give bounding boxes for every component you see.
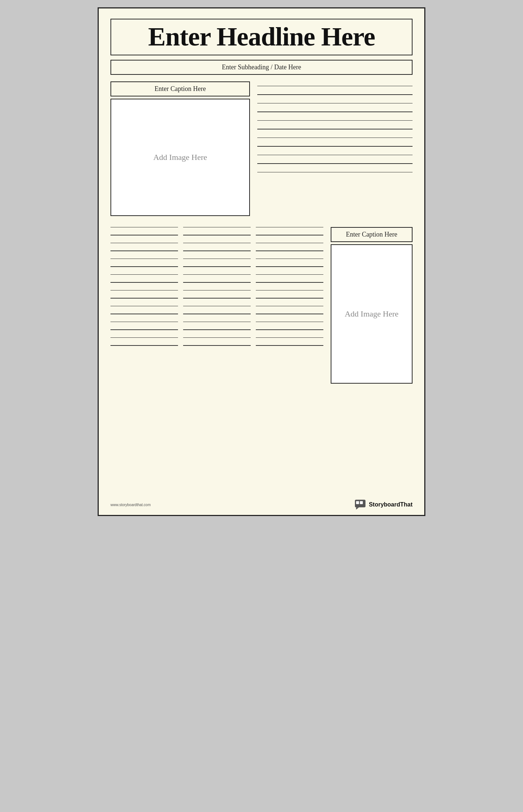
top-image-box[interactable]: Add Image Here bbox=[110, 99, 250, 216]
footer-url: www.storyboardthat.com bbox=[110, 503, 151, 507]
top-section: Enter Caption Here Add Image Here bbox=[110, 81, 413, 216]
footer: www.storyboardthat.com StoryboardThat bbox=[110, 500, 413, 510]
col3-line-6 bbox=[256, 266, 323, 267]
col1-line-8 bbox=[110, 282, 178, 283]
col3-line-16 bbox=[256, 345, 323, 346]
footer-brand: StoryboardThat bbox=[355, 500, 413, 510]
subheading-box[interactable]: Enter Subheading / Date Here bbox=[110, 60, 413, 75]
col3-line-2 bbox=[256, 235, 323, 235]
bottom-image-placeholder: Add Image Here bbox=[345, 309, 399, 319]
col1-line-3 bbox=[110, 243, 178, 244]
col2-line-8 bbox=[183, 282, 251, 283]
col3-line-15 bbox=[256, 337, 323, 338]
col1-line-9 bbox=[110, 290, 178, 291]
col1-line-15 bbox=[110, 337, 178, 338]
svg-rect-2 bbox=[356, 501, 359, 504]
text-line-11 bbox=[257, 172, 413, 173]
storyboard-icon bbox=[355, 500, 367, 510]
col3-line-9 bbox=[256, 290, 323, 291]
top-image-placeholder: Add Image Here bbox=[153, 153, 207, 162]
text-line-7 bbox=[257, 138, 413, 138]
col2-line-3 bbox=[183, 243, 251, 244]
col3-line-7 bbox=[256, 274, 323, 275]
bottom-section: Enter Caption Here Add Image Here bbox=[110, 227, 413, 384]
col1-line-10 bbox=[110, 298, 178, 299]
col3-line-10 bbox=[256, 298, 323, 299]
headline-text: Enter Headline Here bbox=[119, 23, 404, 51]
col3-line-1 bbox=[256, 227, 323, 228]
col3-line-3 bbox=[256, 243, 323, 244]
col1-line-14 bbox=[110, 329, 178, 330]
text-line-5 bbox=[257, 120, 413, 121]
col1-line-6 bbox=[110, 266, 178, 267]
text-line-4 bbox=[257, 111, 413, 112]
col1-line-5 bbox=[110, 259, 178, 259]
bottom-caption-box[interactable]: Enter Caption Here bbox=[331, 227, 413, 242]
col3-line-12 bbox=[256, 314, 323, 314]
col1-line-7 bbox=[110, 274, 178, 275]
col2-line-4 bbox=[183, 250, 251, 251]
svg-marker-1 bbox=[356, 507, 359, 509]
bottom-right-column: Enter Caption Here Add Image Here bbox=[331, 227, 413, 384]
footer-brand-name: Storyboard bbox=[369, 501, 400, 508]
col2-line-14 bbox=[183, 329, 251, 330]
col1-line-12 bbox=[110, 314, 178, 314]
col1-line-1 bbox=[110, 227, 178, 228]
bottom-left-columns bbox=[110, 227, 323, 384]
text-column-3 bbox=[256, 227, 323, 384]
bottom-caption-text: Enter Caption Here bbox=[337, 231, 406, 238]
col2-line-10 bbox=[183, 298, 251, 299]
top-caption-box[interactable]: Enter Caption Here bbox=[110, 81, 250, 96]
col2-line-2 bbox=[183, 235, 251, 235]
top-left-column: Enter Caption Here Add Image Here bbox=[110, 81, 250, 216]
col2-line-9 bbox=[183, 290, 251, 291]
col2-line-12 bbox=[183, 314, 251, 314]
col3-line-5 bbox=[256, 259, 323, 259]
col2-line-11 bbox=[183, 306, 251, 307]
col1-line-13 bbox=[110, 322, 178, 322]
text-line-2 bbox=[257, 94, 413, 95]
col2-line-15 bbox=[183, 337, 251, 338]
col2-line-5 bbox=[183, 259, 251, 259]
col3-line-4 bbox=[256, 250, 323, 251]
footer-brand-text: StoryboardThat bbox=[369, 501, 413, 508]
footer-brand-bold: That bbox=[400, 501, 413, 508]
subheading-text: Enter Subheading / Date Here bbox=[119, 63, 404, 71]
top-right-column bbox=[257, 81, 413, 216]
text-line-3 bbox=[257, 103, 413, 104]
col2-line-7 bbox=[183, 274, 251, 275]
col2-line-13 bbox=[183, 322, 251, 322]
col3-line-13 bbox=[256, 322, 323, 322]
text-line-10 bbox=[257, 163, 413, 164]
col3-line-14 bbox=[256, 329, 323, 330]
col2-line-6 bbox=[183, 266, 251, 267]
col1-line-2 bbox=[110, 235, 178, 235]
newspaper-page: Enter Headline Here Enter Subheading / D… bbox=[98, 7, 425, 516]
text-line-6 bbox=[257, 129, 413, 129]
top-caption-text: Enter Caption Here bbox=[117, 85, 243, 93]
text-column-1 bbox=[110, 227, 178, 384]
bottom-image-box[interactable]: Add Image Here bbox=[331, 244, 413, 384]
col3-line-8 bbox=[256, 282, 323, 283]
text-line-1 bbox=[257, 86, 413, 87]
col1-line-4 bbox=[110, 250, 178, 251]
col3-line-11 bbox=[256, 306, 323, 307]
col2-line-16 bbox=[183, 345, 251, 346]
col1-line-16 bbox=[110, 345, 178, 346]
headline-box[interactable]: Enter Headline Here bbox=[110, 19, 413, 55]
svg-rect-3 bbox=[360, 501, 363, 504]
text-line-9 bbox=[257, 155, 413, 156]
col1-line-11 bbox=[110, 306, 178, 307]
text-column-2 bbox=[183, 227, 251, 384]
col2-line-1 bbox=[183, 227, 251, 228]
text-line-8 bbox=[257, 146, 413, 147]
